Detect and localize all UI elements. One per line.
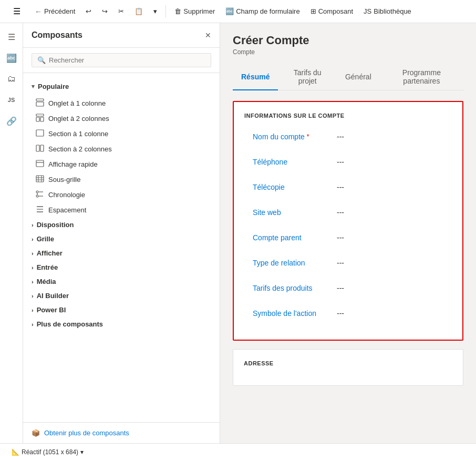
- cat-grille[interactable]: › Grille: [23, 232, 220, 246]
- spacer-icon: [36, 205, 44, 215]
- layers-icon[interactable]: 🗂: [2, 69, 21, 88]
- form-tabs: Résumé Tarifs du projet Général Programm…: [233, 64, 463, 90]
- sec1col-icon: [36, 129, 44, 139]
- field-value-tel: ---: [337, 158, 344, 166]
- cat-more[interactable]: › Plus de composants: [23, 317, 220, 331]
- field-label-web: Site web: [253, 208, 337, 217]
- sidebar-item-spacer[interactable]: Espacement: [23, 202, 220, 218]
- delete-label: Supprimer: [183, 7, 215, 15]
- field-symbole-action: Symbole de l'action ---: [244, 304, 452, 329]
- tab-programme[interactable]: Programme partenaires: [380, 64, 463, 90]
- field-value-fax: ---: [337, 183, 344, 191]
- sidebar-item-tab2col[interactable]: Onglet à 2 colonnes: [23, 111, 220, 126]
- field-compte-parent: Compte parent ---: [244, 228, 452, 253]
- sidebar-item-quickview[interactable]: Affichage rapide: [23, 157, 220, 172]
- popular-label: Populaire: [38, 83, 69, 90]
- svg-point-16: [36, 195, 38, 197]
- field-label-tarifs: Tarifs des produits: [253, 284, 337, 292]
- search-input[interactable]: [49, 56, 205, 64]
- category-popular: ▾ Populaire: [23, 77, 220, 96]
- sidebar-close-button[interactable]: ✕: [205, 31, 211, 39]
- sidebar-item-subgrid[interactable]: Sous-grille: [23, 172, 220, 187]
- paste-dropdown-button[interactable]: ▾: [149, 5, 161, 17]
- sidebar-footer[interactable]: 📦 Obtenir plus de composants: [23, 422, 220, 443]
- field-telecopie: Télécopie ---: [244, 178, 452, 203]
- chevron-right-icon4: ›: [32, 264, 34, 271]
- timeline-icon: [36, 190, 44, 200]
- get-more-icon: 📦: [32, 429, 40, 437]
- library-label: Bibliothèque: [374, 7, 411, 15]
- undo-button[interactable]: ↩: [81, 5, 96, 17]
- toolbar: ☰ ← Précédent ↩ ↪ ✂ 📋 ▾ 🗑 Supprimer 🔤 Ch…: [0, 0, 476, 23]
- required-asterisk: *: [307, 133, 309, 140]
- cat-afficher[interactable]: › Afficher: [23, 246, 220, 260]
- cut-button[interactable]: ✂: [114, 5, 128, 17]
- sidebar-item-sec2col[interactable]: Section à 2 colonnes: [23, 141, 220, 157]
- hamburger-side-icon[interactable]: ☰: [2, 27, 21, 46]
- sidebar-item-sec1col[interactable]: Section à 1 colonne: [23, 126, 220, 141]
- field-value-symbole: ---: [337, 309, 344, 318]
- chevron-right-icon2: ›: [32, 236, 34, 242]
- tab-tarifs[interactable]: Tarifs du projet: [278, 64, 336, 90]
- search-icon: 🔍: [37, 56, 46, 64]
- svg-rect-3: [36, 117, 39, 121]
- sidebar-content: ▾ Populaire Onglet à 1 colonne Onglet à …: [23, 73, 220, 422]
- dropdown-chevron-icon: ▾: [80, 448, 84, 456]
- hamburger-icon[interactable]: ☰: [5, 0, 28, 23]
- svg-rect-8: [36, 160, 44, 167]
- chevron-right-icon7: ›: [32, 307, 34, 313]
- cat-media[interactable]: › Média: [23, 274, 220, 289]
- paste-icon: 📋: [134, 7, 143, 15]
- delete-button[interactable]: 🗑 Supprimer: [170, 5, 219, 17]
- back-button[interactable]: ← Précédent: [30, 5, 79, 18]
- abc-icon[interactable]: 🔤: [2, 48, 21, 67]
- tab1col-icon: [36, 98, 44, 108]
- back-label: Précédent: [44, 7, 75, 15]
- cat-media-label: Média: [37, 278, 56, 285]
- cat-disposition-label: Disposition: [37, 221, 74, 229]
- category-popular-header[interactable]: ▾ Populaire: [32, 80, 211, 93]
- component-icon: ⊞: [311, 7, 316, 15]
- field-value-nom: ---: [337, 132, 344, 141]
- sidebar-item-timeline[interactable]: Chronologie: [23, 187, 220, 202]
- responsive-size-button[interactable]: 📐 Réactif (1051 x 684) ▾: [8, 447, 87, 457]
- tab2col-label: Onglet à 2 colonnes: [48, 115, 109, 122]
- form-subtitle: Compte: [233, 48, 463, 56]
- search-box: 🔍: [32, 53, 211, 67]
- get-more-label: Obtenir plus de composants: [44, 429, 129, 437]
- redo-icon: ↪: [102, 7, 108, 15]
- cat-powerbi[interactable]: › Power BI: [23, 303, 220, 317]
- paste-button[interactable]: 📋: [130, 5, 147, 17]
- main-area: ☰ 🔤 🗂 JS 🔗 Composants ✕ 🔍 ▾ Populaire: [0, 23, 476, 443]
- cat-afficher-label: Afficher: [37, 249, 63, 257]
- delete-icon: 🗑: [174, 7, 181, 15]
- field-label-parent: Compte parent: [253, 233, 337, 242]
- tree-icon[interactable]: 🔗: [2, 111, 21, 130]
- form-field-button[interactable]: 🔤 Champ de formulaire: [221, 5, 304, 17]
- field-value-tarifs: ---: [337, 284, 344, 292]
- tab-resume[interactable]: Résumé: [233, 64, 278, 90]
- component-button[interactable]: ⊞ Composant: [306, 5, 357, 17]
- tab-general[interactable]: Général: [337, 64, 380, 90]
- sidebar-item-tab1col[interactable]: Onglet à 1 colonne: [23, 96, 220, 111]
- cat-ai-label: AI Builder: [37, 292, 69, 300]
- sec2col-label: Section à 2 colonnes: [48, 145, 112, 153]
- redo-button[interactable]: ↪: [98, 5, 112, 17]
- separator: [165, 5, 166, 18]
- chevron-right-icon: ›: [32, 222, 34, 228]
- js-icon[interactable]: JS: [2, 90, 21, 109]
- cat-ai[interactable]: › AI Builder: [23, 289, 220, 303]
- tab1col-label: Onglet à 1 colonne: [48, 99, 106, 107]
- field-label-relation: Type de relation: [253, 259, 337, 267]
- account-info-section: INFORMATIONS SUR LE COMPTE Nom du compte…: [233, 101, 463, 341]
- svg-rect-10: [36, 176, 44, 182]
- undo-icon: ↩: [86, 7, 91, 15]
- library-button[interactable]: JS Bibliothèque: [359, 5, 416, 17]
- cat-entree[interactable]: › Entrée: [23, 260, 220, 274]
- field-label-symbole: Symbole de l'action: [253, 309, 337, 318]
- field-telephone: Téléphone ---: [244, 152, 452, 178]
- subgrid-icon: [36, 175, 44, 185]
- quickview-icon: [36, 159, 44, 169]
- cat-disposition[interactable]: › Disposition: [23, 218, 220, 232]
- field-label-tel: Téléphone: [253, 158, 337, 166]
